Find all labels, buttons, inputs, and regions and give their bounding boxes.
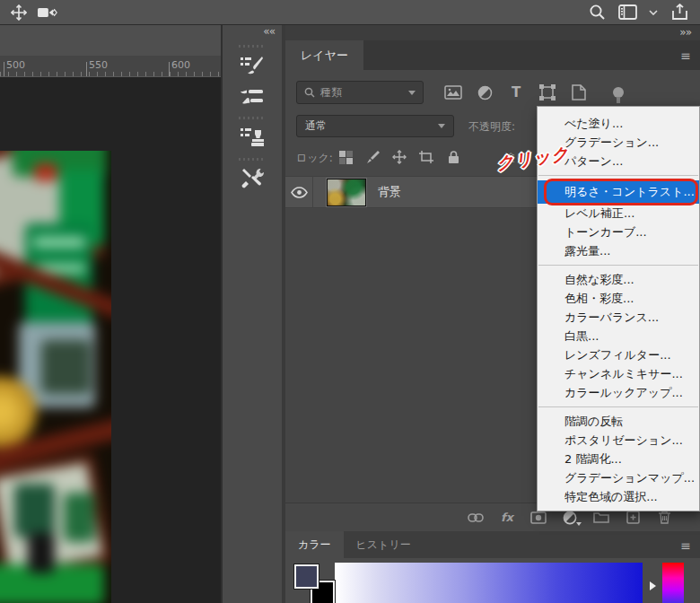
clone-source-panel-button[interactable]: [232, 122, 273, 153]
share-icon[interactable]: [669, 3, 689, 22]
tab-color[interactable]: カラー: [285, 531, 344, 558]
blend-mode-value: 通常: [305, 118, 327, 134]
filter-adjustment-layers-icon[interactable]: [475, 81, 494, 104]
layer-name: 背景: [378, 184, 401, 200]
layer-filter-row: 種類 T: [285, 79, 700, 106]
layers-panel-menu-icon[interactable]: ≡: [680, 48, 691, 63]
filter-type-layers-icon[interactable]: T: [506, 81, 526, 104]
menu-separator: [538, 265, 698, 266]
menu-item-selective-color[interactable]: 特定色域の選択...: [538, 487, 699, 506]
color-panel: カラー ヒストリー ≡: [285, 531, 700, 603]
move-tool-icon[interactable]: [9, 3, 29, 22]
lock-position-icon[interactable]: [391, 147, 407, 167]
menu-item-solid-color[interactable]: べた塗り...: [538, 114, 699, 133]
lock-pixels-icon[interactable]: [364, 147, 381, 167]
dock-grip[interactable]: [239, 117, 266, 119]
lock-transparency-icon[interactable]: [337, 147, 354, 167]
saturation-ramp[interactable]: [335, 563, 643, 603]
menu-item-threshold[interactable]: 2 階調化...: [538, 450, 699, 468]
horizontal-ruler: 500 550 600: [0, 56, 221, 77]
search-icon[interactable]: [587, 3, 607, 22]
tab-history[interactable]: ヒストリー: [344, 531, 424, 558]
foreground-color-swatch[interactable]: [294, 564, 319, 589]
dock-grip[interactable]: [239, 158, 266, 161]
menu-item-black-white[interactable]: 白黒...: [538, 327, 699, 345]
filter-pixel-layers-icon[interactable]: [443, 81, 463, 104]
filter-kind-label: 種類: [320, 85, 342, 100]
filter-shape-layers-icon[interactable]: [538, 81, 557, 104]
link-layers-icon[interactable]: [467, 509, 485, 527]
panel-dock: ««: [221, 25, 285, 603]
tool-presets-panel-button[interactable]: [232, 163, 273, 194]
brushes-panel-button[interactable]: [232, 83, 273, 113]
menu-item-photo-filter[interactable]: レンズフィルター...: [538, 345, 699, 364]
document-canvas[interactable]: [0, 77, 221, 603]
opacity-label: 不透明度:: [468, 119, 515, 135]
chevron-down-icon: [408, 91, 416, 95]
menu-item-invert[interactable]: 階調の反転: [538, 412, 699, 431]
chevron-down-icon[interactable]: [648, 3, 659, 22]
hue-pointer-icon: [650, 581, 656, 590]
workspace-switcher-icon[interactable]: [617, 3, 637, 22]
menu-item-hue-saturation[interactable]: 色相・彩度...: [538, 289, 699, 308]
adjustment-layer-menu: べた塗り... グラデーション... パターン... 明るさ・コントラスト...…: [537, 106, 700, 511]
color-tab-row: カラー ヒストリー ≡: [285, 531, 700, 558]
color-panel-menu-icon[interactable]: ≡: [680, 538, 691, 553]
layers-tab-row: レイヤー ≡: [285, 40, 700, 70]
ruler-label-500: 500: [6, 59, 25, 71]
eye-icon: [291, 187, 308, 198]
lock-all-icon[interactable]: [445, 147, 461, 167]
chevron-down-icon: [438, 124, 445, 128]
filter-kind-select[interactable]: 種類: [296, 81, 424, 104]
search-icon: [304, 87, 315, 98]
ruler-label-550: 550: [89, 59, 108, 71]
menu-separator: [538, 175, 698, 176]
menu-separator: [538, 406, 698, 407]
expand-panels-button[interactable]: »»: [679, 26, 691, 39]
video-camera-icon[interactable]: [38, 3, 57, 22]
collapse-dock-button[interactable]: ««: [263, 25, 275, 38]
layer-style-button[interactable]: fx: [498, 509, 516, 527]
menu-item-curves[interactable]: トーンカーブ...: [538, 223, 699, 241]
options-bar: [0, 0, 700, 25]
panel-group-header: »»: [285, 25, 700, 40]
menu-item-posterize[interactable]: ポスタリゼーション...: [538, 431, 699, 450]
blend-mode-select[interactable]: 通常: [296, 115, 454, 137]
canvas-area: 500 550 600: [0, 25, 221, 603]
menu-item-color-balance[interactable]: カラーバランス...: [538, 308, 699, 327]
tab-layers[interactable]: レイヤー: [285, 40, 363, 70]
menu-item-gradient-map[interactable]: グラデーションマップ...: [538, 468, 699, 487]
photoshop-window: 500 550 600: [0, 0, 700, 603]
lock-label: ロック:: [296, 151, 333, 166]
document-image: [0, 151, 111, 603]
menu-item-levels[interactable]: レベル補正...: [538, 204, 699, 223]
annotation-highlight-box: [544, 179, 698, 205]
layer-visibility-cell[interactable]: [285, 176, 313, 208]
lock-artboard-icon[interactable]: [418, 147, 434, 167]
layer-thumbnail[interactable]: [327, 179, 366, 206]
filter-toggle-pin-icon[interactable]: [613, 87, 624, 98]
filter-smart-objects-icon[interactable]: [569, 81, 589, 104]
ruler-ticks: [0, 72, 221, 76]
menu-item-channel-mixer[interactable]: チャンネルミキサー...: [538, 364, 699, 383]
menu-item-color-lookup[interactable]: カラールックアップ...: [538, 383, 699, 402]
color-panel-content: [285, 558, 700, 603]
menu-item-exposure[interactable]: 露光量...: [538, 241, 699, 260]
dock-grip[interactable]: [239, 45, 266, 48]
brush-settings-panel-button[interactable]: [232, 50, 273, 81]
hue-ramp[interactable]: [662, 563, 684, 603]
menu-item-vibrance[interactable]: 自然な彩度...: [538, 270, 699, 289]
ruler-label-600: 600: [171, 59, 190, 71]
